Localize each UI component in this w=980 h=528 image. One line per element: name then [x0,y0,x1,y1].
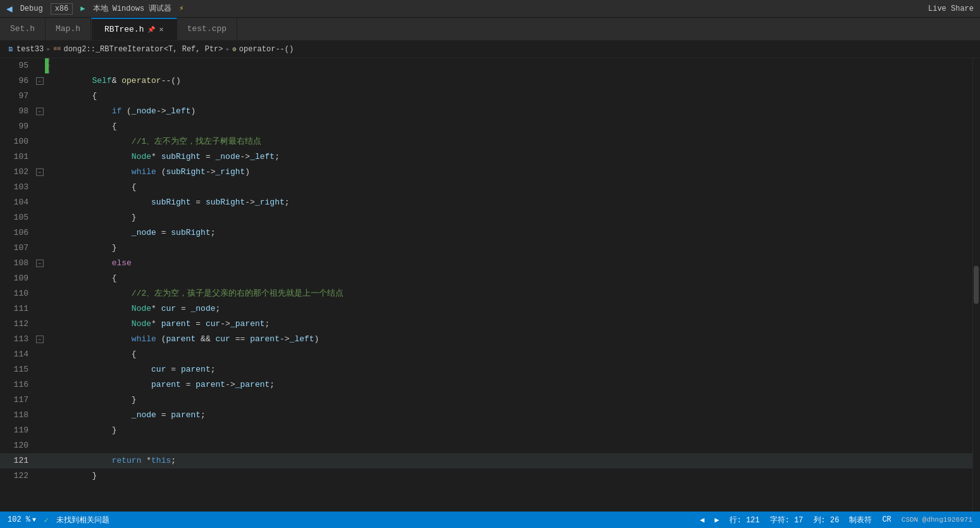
line-content[interactable]: //1、左不为空，找左子树最右结点 [49,134,972,149]
fold-gutter [35,149,45,165]
line-content[interactable]: Self& operator--() [49,73,972,89]
fold-gutter[interactable]: − [35,332,45,347]
line-number: 108 [0,256,35,271]
table-row: 98 − if (_node->_left) [0,104,972,119]
line-content [49,58,972,73]
breadcrumb-class-icon: ≡≡ [53,46,61,53]
line-number: 97 [0,89,35,104]
status-left: 102 % ▼ ✓ 未找到相关问题 [8,515,109,525]
breadcrumb-sep1: ▸ [46,44,51,54]
line-number: 109 [0,271,35,286]
line-content[interactable]: //2、左为空，孩子是父亲的右的那个祖先就是上一个结点 [49,286,972,301]
breadcrumb-class[interactable]: dong2::_RBTreeIterator<T, Ref, Ptr> [63,45,223,54]
line-content[interactable]: else [49,256,972,271]
tab-test[interactable]: test.cpp [177,18,237,40]
zoom-chevron-icon: ▼ [32,517,36,524]
table-row: 106 _node = subRight; [0,225,972,241]
table-row: 105 } [0,210,972,225]
encoding-info[interactable]: CR [882,515,891,524]
table-row: 100 //1、左不为空，找左子树最右结点 [0,134,972,149]
line-number: 121 [0,453,35,468]
fold-gutter [35,453,45,468]
minimap[interactable] [972,58,980,512]
line-number: 120 [0,438,35,453]
top-toolbar: ◀ Debug x86 ▶ 本地 Windows 调试器 ⚡ Live Shar… [0,0,980,18]
line-number: 99 [0,119,35,134]
line-content[interactable]: parent = parent->_parent; [49,377,972,393]
col-info[interactable]: 列: 26 [814,515,840,525]
line-number: 98 [0,104,35,119]
table-row: 115 cur = parent; [0,362,972,377]
tab-test-label: test.cpp [187,24,226,34]
line-content[interactable]: _node = parent; [49,408,972,423]
line-content[interactable]: } [49,210,972,225]
line-content[interactable]: _node = subRight; [49,225,972,241]
toolbar-back-icon[interactable]: ◀ [6,3,13,15]
toolbar-debug-label: Debug [20,4,43,13]
fold-gutter[interactable]: − [35,165,45,180]
tab-rbtree-close-icon[interactable]: ✕ [159,25,163,34]
line-number: 105 [0,210,35,225]
line-content[interactable]: return *this; [49,453,972,468]
zoom-control[interactable]: 102 % ▼ [8,515,36,524]
line-content[interactable]: while (parent && cur == parent->_left) [49,332,972,347]
fold-gutter [35,119,45,134]
line-content[interactable] [49,438,972,453]
table-row: 111 Node* cur = _node; [0,301,972,317]
table-row: 110 //2、左为空，孩子是父亲的右的那个祖先就是上一个结点 [0,286,972,301]
line-number: 110 [0,286,35,301]
tab-rbtree[interactable]: RBTree.h 📌 ✕ [91,18,177,40]
line-number: 114 [0,347,35,362]
line-content[interactable]: cur = parent; [49,362,972,377]
table-row: 97 { [0,89,972,104]
breadcrumb-file[interactable]: test33 [16,45,44,54]
table-row: 102 − while (subRight->_right) [0,165,972,180]
toolbar-lightning-icon[interactable]: ⚡ [179,4,183,13]
toolbar-run-icon[interactable]: ▶ [80,4,85,13]
fold-gutter[interactable]: − [35,256,45,271]
fold-gutter [35,271,45,286]
table-row: 99 { [0,119,972,134]
scroll-left-icon[interactable]: ◀ [700,515,704,525]
status-right: ◀ ▶ 行: 121 字符: 17 列: 26 制表符 CR CSDN @dhn… [700,515,972,525]
fold-gutter [35,347,45,362]
line-content[interactable]: Node* parent = cur->_parent; [49,317,972,332]
fold-gutter[interactable]: − [35,104,45,119]
line-info[interactable]: 行: 121 [729,515,760,525]
tab-set-label: Set.h [10,24,35,34]
fold-gutter [35,89,45,104]
breadcrumb-method[interactable]: operator--() [239,45,294,54]
fold-gutter [35,423,45,438]
line-content[interactable]: { [49,119,972,134]
indent-info[interactable]: 制表符 [849,515,872,525]
code-lines-container: 95 96 − Self& operator--() 9 [0,58,972,512]
tab-map[interactable]: Map.h [46,18,91,40]
line-content[interactable]: Node* subRight = _node->_left; [49,149,972,165]
app-window: ◀ Debug x86 ▶ 本地 Windows 调试器 ⚡ Live Shar… [0,0,980,528]
line-content[interactable]: while (subRight->_right) [49,165,972,180]
table-row: 109 { [0,271,972,286]
line-content[interactable]: { [49,180,972,195]
char-info[interactable]: 字符: 17 [770,515,803,525]
line-content[interactable]: if (_node->_left) [49,104,972,119]
scrollbar-thumb[interactable] [974,266,979,304]
fold-gutter [35,286,45,301]
line-content[interactable]: { [49,89,972,104]
line-content[interactable]: Node* cur = _node; [49,301,972,317]
toolbar-liveshare-label[interactable]: Live Share [928,4,974,13]
tab-set[interactable]: Set.h [0,18,46,40]
line-content[interactable]: subRight = subRight->_right; [49,195,972,210]
line-number: 95 [0,58,35,73]
line-content[interactable]: { [49,271,972,286]
line-content[interactable]: } [49,468,972,484]
line-number: 117 [0,393,35,408]
line-content[interactable]: } [49,423,972,438]
fold-gutter[interactable]: − [35,73,45,89]
line-number: 106 [0,225,35,241]
line-content[interactable]: } [49,241,972,256]
table-row: 118 _node = parent; [0,408,972,423]
code-area[interactable]: 95 96 − Self& operator--() 9 [0,58,972,512]
line-content[interactable]: } [49,393,972,408]
line-content[interactable]: { [49,347,972,362]
scroll-right-icon[interactable]: ▶ [715,515,719,525]
